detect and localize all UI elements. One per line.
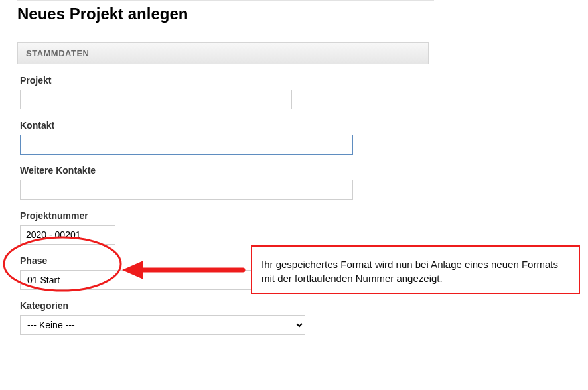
annotation-info-box: Ihr gespeichertes Format wird nun bei An… (251, 245, 580, 294)
stammdaten-panel: STAMMDATEN Projekt Kontakt Weitere Konta… (17, 42, 429, 348)
projekt-label: Projekt (20, 75, 426, 86)
weitere-kontakte-input[interactable] (20, 180, 353, 200)
projektnummer-label: Projektnummer (20, 210, 426, 221)
page-title: Neues Projekt anlegen (17, 5, 434, 23)
weitere-kontakte-label: Weitere Kontakte (20, 165, 426, 176)
panel-header: STAMMDATEN (17, 42, 429, 64)
projektnummer-input[interactable] (20, 225, 115, 245)
kategorien-label: Kategorien (20, 300, 426, 311)
kontakt-input[interactable] (20, 135, 353, 155)
kontakt-label: Kontakt (20, 120, 426, 131)
kategorien-select[interactable]: --- Keine --- (20, 315, 305, 335)
projekt-input[interactable] (20, 90, 292, 109)
